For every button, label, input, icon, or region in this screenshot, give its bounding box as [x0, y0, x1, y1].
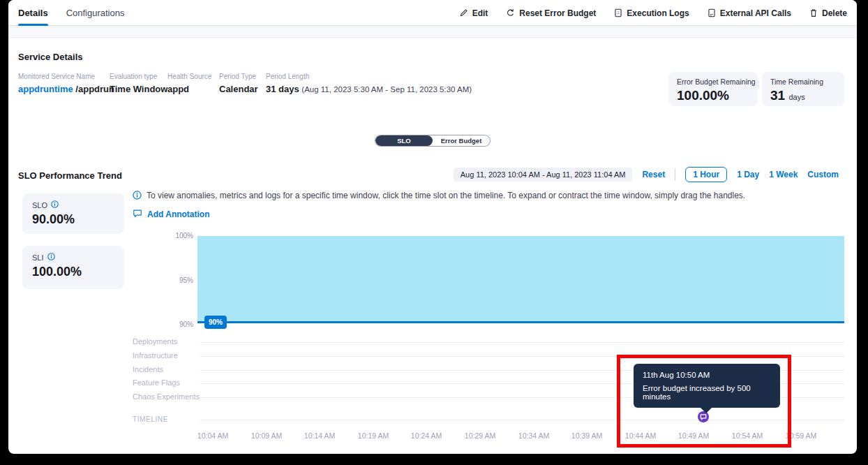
track-line	[200, 342, 844, 343]
execution-logs-button[interactable]: Execution Logs	[614, 8, 689, 18]
delete-button[interactable]: Delete	[809, 8, 847, 18]
track-label-chaos-experiments: Chaos Experiments	[133, 392, 200, 401]
slo-target-badge: 90%	[204, 316, 227, 329]
x-tick: 10:54 AM	[725, 431, 770, 440]
tab-configurations[interactable]: Configurations	[66, 0, 125, 26]
field-period-type: Period Type Calendar	[219, 73, 258, 94]
timeline-line[interactable]	[200, 420, 844, 420]
time-range-controls: Aug 11, 2023 10:04 AM - Aug 11, 2023 11:…	[454, 166, 839, 183]
page-background-band	[8, 27, 857, 38]
slo-card: SLO 90.00%	[22, 193, 124, 234]
x-tick: 10:24 AM	[404, 431, 449, 440]
file-lines-icon	[708, 8, 716, 17]
track-line	[200, 356, 844, 357]
x-tick: 10:39 AM	[564, 431, 609, 440]
annotation-tooltip: 11th Aug 10:50 AM Error budget increased…	[634, 364, 780, 408]
x-tick: 10:29 AM	[458, 431, 502, 440]
range-custom-button[interactable]: Custom	[807, 170, 839, 179]
y-tick-95: 95%	[165, 276, 193, 284]
reset-icon	[506, 8, 515, 17]
tooltip-time: 11th Aug 10:50 AM	[643, 371, 771, 379]
file-icon	[614, 8, 622, 17]
trash-icon	[809, 8, 818, 17]
trend-title: SLO Performance Trend	[18, 170, 122, 181]
date-range-chip: Aug 11, 2023 10:04 AM - Aug 11, 2023 11:…	[454, 168, 633, 182]
app-window: Details Configurations Edit Reset Error …	[8, 0, 857, 454]
chat-bubble-icon	[133, 209, 142, 220]
edit-button[interactable]: Edit	[459, 8, 488, 18]
add-annotation-button[interactable]: Add Annotation	[133, 209, 210, 220]
external-api-calls-button[interactable]: External API Calls	[708, 8, 791, 18]
field-monitored-service-name: Monitored Service Name appdruntime /appd…	[18, 73, 114, 94]
track-label-deployments: Deployments	[133, 337, 177, 346]
error-budget-remaining-card: Error Budget Remaining 100.00%	[668, 72, 758, 106]
x-tick: 10:14 AM	[297, 431, 342, 440]
tab-bar: Details Configurations	[18, 0, 124, 26]
info-icon[interactable]	[51, 200, 59, 209]
monitored-service-link[interactable]: appdruntime	[18, 84, 73, 94]
y-tick-90: 90%	[165, 320, 193, 328]
pencil-icon	[459, 8, 468, 17]
tooltip-message: Error budget increased by 500 minutes	[643, 384, 771, 401]
x-tick: 10:59 AM	[779, 431, 823, 440]
tab-details[interactable]: Details	[18, 0, 48, 26]
y-tick-100: 100%	[165, 232, 193, 239]
sli-area-series[interactable]	[197, 236, 844, 323]
trend-body: To view anomalies, metrics and logs for …	[8, 189, 857, 454]
slo-target-line	[197, 321, 844, 323]
x-tick: 10:19 AM	[351, 431, 396, 440]
info-banner: To view anomalies, metrics and logs for …	[133, 191, 830, 202]
info-icon	[133, 191, 142, 202]
slo-error-budget-toggle: SLO Error Budget	[375, 135, 491, 147]
toggle-slo[interactable]: SLO	[375, 135, 433, 146]
service-details-title: Service Details	[18, 52, 83, 62]
header-bar: Details Configurations Edit Reset Error …	[8, 0, 857, 26]
x-tick: 10:09 AM	[244, 431, 289, 440]
field-evaluation-type: Evaluation type Time Window	[110, 73, 167, 94]
reset-error-budget-button[interactable]: Reset Error Budget	[506, 8, 596, 18]
range-1-week-button[interactable]: 1 Week	[769, 170, 798, 179]
x-tick: 10:49 AM	[671, 431, 716, 440]
timeline-label: TIMELINE	[133, 415, 168, 423]
divider	[675, 168, 675, 181]
toggle-error-budget[interactable]: Error Budget	[433, 135, 490, 146]
range-1-hour-button[interactable]: 1 Hour	[685, 167, 727, 182]
x-tick: 10:34 AM	[511, 431, 556, 440]
header-actions: Edit Reset Error Budget Execution Logs E…	[459, 0, 847, 26]
sli-card: SLI 100.00%	[22, 246, 124, 289]
field-health-source: Health Source appd	[167, 73, 211, 94]
range-1-day-button[interactable]: 1 Day	[737, 170, 759, 179]
x-tick: 10:04 AM	[190, 431, 235, 440]
track-label-incidents: Incidents	[133, 365, 163, 374]
time-remaining-card: Time Remaining 31 days	[762, 72, 844, 106]
reset-button[interactable]: Reset	[642, 170, 665, 179]
x-tick: 10:44 AM	[618, 431, 663, 440]
track-label-feature-flags: Feature Flags	[133, 378, 180, 387]
track-label-infrastructure: Infrastructure	[133, 351, 178, 360]
field-period-length: Period Length 31 days (Aug 11, 2023 5:30…	[266, 73, 472, 94]
info-icon[interactable]	[47, 253, 55, 262]
